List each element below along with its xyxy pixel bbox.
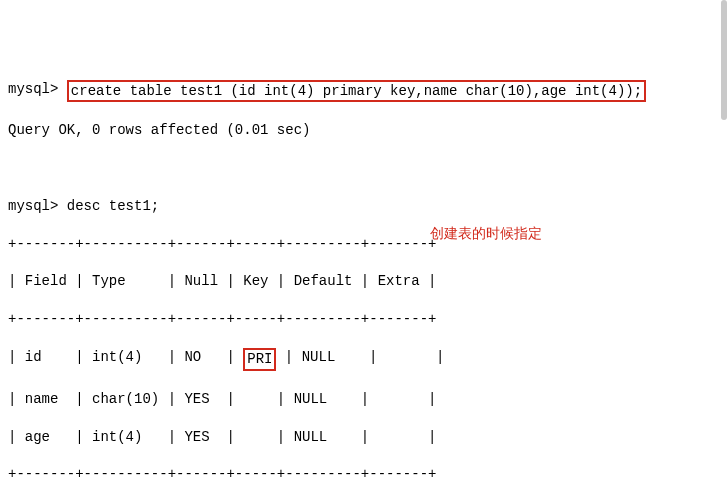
prompt: mysql> xyxy=(8,81,58,97)
t1-row-age: | age | int(4) | YES | | NULL | | xyxy=(8,428,719,447)
ok1: Query OK, 0 rows affected (0.01 sec) xyxy=(8,121,719,140)
t1-head: | Field | Type | Null | Key | Default | … xyxy=(8,272,719,291)
t1-border-top: +-------+----------+------+-----+-------… xyxy=(8,235,719,254)
t1-pri-highlight: PRI xyxy=(243,348,276,371)
t1-row-id: | id | int(4) | NO | PRI | NULL | | xyxy=(8,348,719,371)
t1-border-mid: +-------+----------+------+-----+-------… xyxy=(8,310,719,329)
t1-row-name: | name | char(10) | YES | | NULL | | xyxy=(8,390,719,409)
t1-border-bot: +-------+----------+------+-----+-------… xyxy=(8,465,719,484)
blank xyxy=(8,159,719,178)
cmd1-highlight: create table test1 (id int(4) primary ke… xyxy=(67,80,646,103)
annotation-text: 创建表的时候指定 xyxy=(430,224,542,243)
cmd1-line: mysql> create table test1 (id int(4) pri… xyxy=(8,80,719,103)
desc1-cmd: mysql> desc test1; xyxy=(8,197,719,216)
scrollbar[interactable] xyxy=(721,0,727,120)
